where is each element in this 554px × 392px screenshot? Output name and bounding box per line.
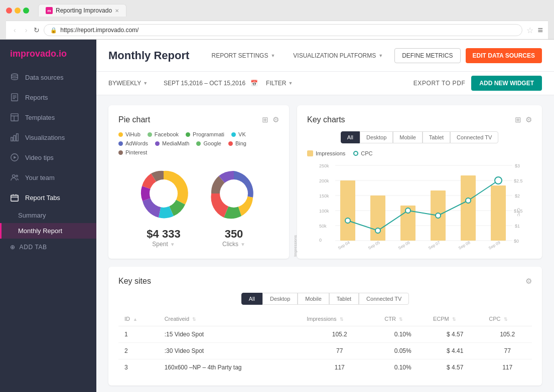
- gear-icon[interactable]: ⚙: [525, 115, 532, 124]
- sites-tab-tablet[interactable]: Tablet: [329, 293, 359, 305]
- edit-data-sources-label: EDIT DATA SOURCES: [473, 52, 535, 59]
- sites-tab-desktop[interactable]: Desktop: [262, 293, 298, 305]
- address-bar[interactable]: 🔒 https://report.improvado.com/: [44, 24, 522, 36]
- svg-point-40: [405, 208, 410, 213]
- svg-rect-32: [340, 180, 355, 241]
- back-button[interactable]: ‹: [11, 25, 19, 35]
- report-settings-button[interactable]: REPORT SETTINGS ▼: [205, 48, 282, 63]
- report-tab-label: Summary: [18, 212, 46, 219]
- key-tab-tablet[interactable]: Tablet: [423, 131, 450, 143]
- td-cpc: 117: [483, 359, 532, 376]
- impressions-label: Impressions: [316, 150, 345, 156]
- reload-button[interactable]: ↻: [34, 26, 40, 34]
- key-tab-desktop[interactable]: Desktop: [360, 131, 393, 143]
- gear-icon[interactable]: ⚙: [272, 115, 279, 124]
- sidebar-item-video-tips[interactable]: Video tips: [0, 147, 96, 167]
- browser-tab[interactable]: m Reporting Improvado ✕: [38, 4, 126, 17]
- key-sites-gear-icon[interactable]: ⚙: [525, 277, 532, 286]
- table-row: 2 :30 Video Spot 77 0.05% $ 4.41 77: [118, 343, 532, 359]
- td-ctr: 0.10%: [378, 326, 427, 343]
- sites-tab-mobile[interactable]: Mobile: [298, 293, 329, 305]
- sites-tab-connected-tv[interactable]: Connected TV: [359, 293, 409, 305]
- visualization-platforms-button[interactable]: VISUALIZATION PLATFORMS ▼: [287, 48, 389, 63]
- svg-point-17: [150, 179, 178, 208]
- period-label: BYWEEKLY: [108, 80, 141, 87]
- report-settings-label: REPORT SETTINGS: [212, 52, 268, 59]
- filter-button[interactable]: FILTER ▼: [266, 80, 293, 87]
- legend-dot: [148, 132, 152, 137]
- cpc-color: [353, 151, 358, 156]
- date-range-filter[interactable]: SEPT 15,2016 – OCT 15,2016 📅: [164, 80, 258, 87]
- browser-toolbar: ‹ › ↻ 🔒 https://report.improvado.com/ ☆ …: [6, 21, 548, 39]
- svg-text:150k: 150k: [319, 193, 329, 199]
- key-charts-title: Key charts: [307, 115, 345, 124]
- pie-clicks-value: 350: [204, 228, 264, 241]
- key-tab-all[interactable]: All: [341, 131, 360, 143]
- svg-rect-9: [14, 135, 16, 141]
- legend-label: Google: [203, 140, 221, 146]
- cpc-label: CPC: [361, 150, 372, 156]
- sort-icon: ⇅: [504, 317, 508, 322]
- grid-icon[interactable]: ⊞: [515, 115, 521, 124]
- lock-icon: 🔒: [50, 27, 57, 34]
- topbar-actions: REPORT SETTINGS ▼ VISUALIZATION PLATFORM…: [205, 48, 542, 63]
- legend-dot: [196, 141, 201, 146]
- maximize-button[interactable]: [23, 8, 29, 14]
- sidebar-item-data-sources[interactable]: Data sources: [0, 67, 96, 87]
- svg-text:Sep 09: Sep 09: [488, 240, 501, 251]
- td-ecpm: $ 4.41: [427, 343, 483, 359]
- td-impressions: 77: [301, 343, 378, 359]
- bookmark-button[interactable]: ☆: [526, 26, 533, 35]
- key-sites-tabs: All Desktop Mobile Tablet Connected TV: [241, 293, 409, 305]
- team-icon: [10, 173, 19, 182]
- legend-label: Programmati: [193, 131, 224, 137]
- impressions-color: [307, 150, 313, 156]
- sidebar-item-templates[interactable]: Templates: [0, 107, 96, 127]
- minimize-button[interactable]: [15, 8, 21, 14]
- td-ctr: 0.05%: [378, 343, 427, 359]
- chart-legend: Impressions CPC: [307, 150, 532, 156]
- grid-icon[interactable]: ⊞: [262, 115, 268, 124]
- sidebar-item-visualizations[interactable]: Visualizations: [0, 127, 96, 147]
- th-cpc: CPC ⇅: [483, 312, 532, 326]
- svg-point-14: [16, 175, 18, 177]
- add-widget-button[interactable]: ADD NEW WIDGET: [471, 76, 542, 91]
- sidebar-item-reports[interactable]: Reports: [0, 87, 96, 107]
- tab-close-icon[interactable]: ✕: [115, 8, 119, 14]
- svg-text:$1: $1: [515, 224, 520, 229]
- key-sites-tbody: 1 :15 Video Spot 105.2 0.10% $ 4.57 105.…: [118, 326, 532, 376]
- edit-data-sources-button[interactable]: EDIT DATA SOURCES: [466, 48, 542, 63]
- filter-caret: ▼: [289, 81, 293, 86]
- sidebar-item-report-tabs[interactable]: Report Tabs: [0, 187, 96, 208]
- report-icon: [10, 93, 19, 102]
- td-impressions: 117: [301, 359, 378, 376]
- forward-button[interactable]: ›: [23, 25, 30, 35]
- svg-rect-33: [370, 195, 385, 241]
- sidebar-item-your-team[interactable]: Your team: [0, 167, 96, 187]
- add-tab-button[interactable]: ⊕ ADD TAB: [0, 239, 96, 256]
- legend-dot: [118, 141, 123, 146]
- close-button[interactable]: [6, 8, 12, 14]
- pie-chart-card: Pie chart ⊞ ⚙ ViHub Facebook Programmati…: [108, 105, 289, 259]
- sort-icon: ⇅: [340, 317, 344, 322]
- svg-text:$0: $0: [514, 239, 519, 244]
- svg-point-13: [13, 175, 15, 177]
- key-tab-connected-tv[interactable]: Connected TV: [450, 131, 498, 143]
- legend-label: ViHub: [125, 131, 141, 137]
- define-metrics-button[interactable]: DEFINE METRICS: [394, 48, 460, 63]
- key-tab-mobile[interactable]: Mobile: [393, 131, 422, 143]
- export-pdf-button[interactable]: EXPORT TO PDF: [413, 80, 466, 87]
- period-filter[interactable]: BYWEEKLY ▼: [108, 80, 148, 87]
- svg-text:0: 0: [319, 238, 322, 243]
- page-title: Monthly Report: [108, 49, 189, 62]
- svg-point-43: [495, 177, 502, 184]
- sidebar-report-tab-monthly[interactable]: Monthly Report: [0, 223, 96, 239]
- filterbar-right: EXPORT TO PDF ADD NEW WIDGET: [413, 76, 542, 91]
- sidebar-report-tab-summary[interactable]: Summary: [0, 208, 96, 223]
- pie-clicks-label: Clicks ▼: [204, 241, 264, 248]
- logo-text: improvado.io: [10, 49, 86, 59]
- filterbar: BYWEEKLY ▼ SEPT 15,2016 – OCT 15,2016 📅 …: [96, 72, 554, 95]
- sites-tab-all[interactable]: All: [241, 293, 262, 305]
- svg-point-19: [220, 179, 248, 208]
- browser-menu-button[interactable]: ≡: [537, 25, 543, 36]
